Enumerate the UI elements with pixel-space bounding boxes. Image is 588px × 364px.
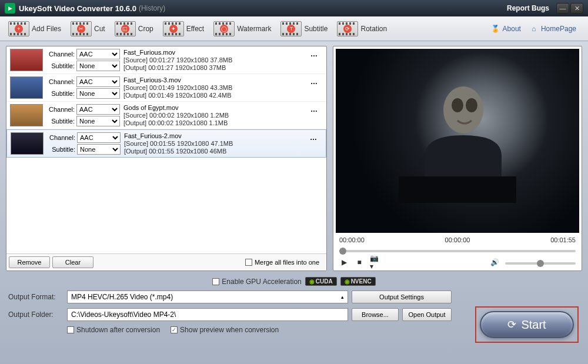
- file-options-button[interactable]: …: [310, 78, 318, 86]
- file-name: Fast_Furious-3.mov: [123, 76, 232, 84]
- open-output-button[interactable]: Open Output: [402, 308, 452, 321]
- file-thumbnail: [10, 49, 43, 71]
- refresh-icon: ⟳: [507, 318, 516, 331]
- close-button[interactable]: ✕: [570, 3, 583, 14]
- nvenc-badge: ◉NVENC: [340, 277, 376, 286]
- file-list: Channel: AAC Subtitle: None Fast_Furious…: [6, 46, 326, 254]
- file-thumbnail: [11, 132, 44, 155]
- minimize-button[interactable]: —: [556, 3, 569, 14]
- stop-button[interactable]: ■: [355, 258, 364, 267]
- channel-label: Channel:: [46, 106, 75, 113]
- channel-select[interactable]: AAC: [76, 104, 120, 115]
- app-logo-icon: [5, 3, 15, 14]
- chevron-up-icon[interactable]: ▴: [341, 294, 344, 300]
- crop-icon: ◱: [115, 21, 136, 36]
- merge-checkbox[interactable]: Merge all files into one: [245, 259, 319, 266]
- cuda-badge: ◉CUDA: [305, 277, 337, 286]
- browse-button[interactable]: Browse...: [352, 308, 399, 321]
- homepage-link[interactable]: ⌂ HomePage: [529, 24, 576, 34]
- file-row[interactable]: Channel: AAC Subtitle: None Fast_Furious…: [6, 74, 326, 102]
- app-title: UkeySoft Video Converter 10.6.0: [19, 4, 136, 13]
- file-output-meta: [Output] 00:01:27 1920x1080 37MB: [123, 64, 232, 71]
- file-options-button[interactable]: …: [310, 133, 318, 142]
- channel-select[interactable]: AAC: [76, 76, 120, 87]
- file-source-meta: [Source] 00:01:27 1920x1080 37.8MB: [123, 56, 232, 64]
- file-name: Fast_Furious-2.mov: [124, 132, 233, 139]
- watermark-button[interactable]: ◯ Watermark: [209, 19, 276, 39]
- gpu-checkbox-box[interactable]: [212, 278, 219, 285]
- subtitle-select[interactable]: None: [76, 88, 120, 99]
- seek-slider[interactable]: [339, 250, 576, 252]
- time-current: 00:00:00: [339, 236, 365, 243]
- channel-select[interactable]: AAC: [76, 49, 120, 59]
- subtitle-button[interactable]: T Subtitle: [276, 19, 332, 39]
- about-link[interactable]: 🏅 About: [491, 24, 521, 34]
- preview-panel: 00:00:00 00:00:00 00:01:55 ▶ ■ 📷▾ 🔊: [333, 46, 582, 271]
- file-output-meta: [Output] 00:01:49 1920x1080 42.4MB: [123, 92, 232, 99]
- add-files-icon: +: [8, 21, 29, 36]
- file-row[interactable]: Channel: AAC Subtitle: None Gods of Egyp…: [6, 102, 326, 129]
- history-label[interactable]: (History): [139, 4, 165, 12]
- volume-slider[interactable]: [505, 262, 576, 265]
- svg-point-1: [452, 98, 463, 112]
- file-output-meta: [Output] 00:00:02 1920x1080 1.1MB: [123, 119, 229, 126]
- add-files-button[interactable]: + Add Files: [4, 19, 66, 39]
- file-row[interactable]: Channel: AAC Subtitle: None Fast_Furious…: [6, 129, 326, 158]
- channel-label: Channel:: [46, 78, 75, 85]
- watermark-icon: ◯: [213, 21, 235, 36]
- effect-button[interactable]: ✦ Effect: [158, 19, 209, 39]
- play-button[interactable]: ▶: [339, 258, 349, 267]
- home-icon: ⌂: [529, 24, 539, 34]
- rotation-button[interactable]: ⟳ Rotation: [332, 19, 392, 39]
- output-folder-label: Output Folder:: [8, 310, 64, 319]
- file-options-button[interactable]: …: [310, 50, 318, 58]
- file-output-meta: [Output] 00:01:55 1920x1080 46MB: [124, 148, 233, 155]
- video-preview[interactable]: [336, 49, 579, 233]
- preview-checkbox-box[interactable]: ✓: [171, 326, 178, 333]
- subtitle-select[interactable]: None: [76, 116, 120, 126]
- clear-button[interactable]: Clear: [52, 256, 93, 268]
- cut-icon: ✂: [71, 21, 92, 36]
- gpu-checkbox[interactable]: Enable GPU Acceleration: [212, 278, 301, 286]
- time-middle: 00:00:00: [445, 236, 470, 243]
- start-button[interactable]: ⟳ Start: [480, 311, 574, 338]
- titlebar: UkeySoft Video Converter 10.6.0 (History…: [0, 0, 588, 16]
- file-list-panel: Channel: AAC Subtitle: None Fast_Furious…: [6, 46, 327, 271]
- cut-button[interactable]: ✂ Cut: [66, 19, 110, 39]
- file-options-button[interactable]: …: [310, 105, 318, 113]
- file-thumbnail: [10, 104, 43, 126]
- volume-icon[interactable]: 🔊: [490, 258, 499, 267]
- crop-button[interactable]: ◱ Crop: [110, 19, 158, 39]
- output-format-label: Output Format:: [8, 293, 64, 301]
- subtitle-label: Subtitle:: [47, 146, 75, 153]
- subtitle-label: Subtitle:: [46, 62, 75, 69]
- file-thumbnail: [10, 76, 43, 99]
- channel-select[interactable]: AAC: [77, 132, 121, 143]
- svg-point-2: [466, 98, 477, 112]
- output-format-select[interactable]: MP4 HEVC/H.265 Video (*.mp4) ▴: [67, 290, 348, 303]
- show-preview-checkbox[interactable]: ✓ Show preview when conversion: [171, 326, 279, 334]
- rotation-icon: ⟳: [337, 21, 358, 36]
- output-folder-input[interactable]: C:\Videos-Ukeysoft\Video MP4-2\: [67, 308, 348, 321]
- svg-point-0: [443, 86, 483, 133]
- output-settings-button[interactable]: Output Settings: [352, 290, 452, 303]
- effect-icon: ✦: [163, 21, 184, 36]
- shutdown-checkbox[interactable]: Shutdown after conversion: [67, 326, 160, 334]
- file-source-meta: [Source] 00:01:49 1920x1080 43.3MB: [123, 84, 232, 91]
- subtitle-select[interactable]: None: [76, 61, 120, 71]
- file-source-meta: [Source] 00:01:55 1920x1080 47.1MB: [124, 140, 233, 147]
- subtitle-label: Subtitle:: [46, 118, 75, 125]
- svg-rect-3: [399, 176, 516, 203]
- snapshot-button[interactable]: 📷▾: [370, 258, 379, 267]
- file-name: Fast_Furious.mov: [123, 49, 232, 56]
- channel-label: Channel:: [46, 51, 75, 58]
- subtitle-label: Subtitle:: [46, 90, 75, 97]
- merge-checkbox-box[interactable]: [245, 259, 252, 266]
- subtitle-select[interactable]: None: [77, 144, 121, 155]
- channel-label: Channel:: [47, 134, 75, 141]
- report-bugs-link[interactable]: Report Bugs: [507, 4, 549, 12]
- award-icon: 🏅: [491, 24, 500, 34]
- file-row[interactable]: Channel: AAC Subtitle: None Fast_Furious…: [6, 46, 326, 74]
- subtitle-icon: T: [280, 21, 302, 36]
- remove-button[interactable]: Remove: [9, 256, 50, 268]
